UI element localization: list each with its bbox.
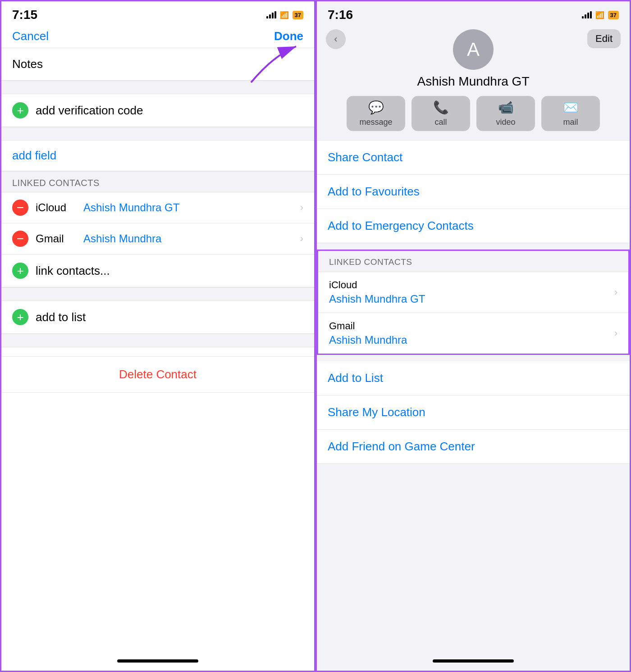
share-my-location-label: Share My Location <box>328 405 425 419</box>
delete-contact-row[interactable]: Delete Contact <box>1 356 314 393</box>
plus-icon-list: + <box>12 309 28 325</box>
share-contact-label: Share Contact <box>328 150 402 164</box>
chevron-right-icon-icloud: › <box>614 286 617 298</box>
add-field-row[interactable]: add field <box>1 141 314 171</box>
mail-icon: ✉️ <box>563 100 579 115</box>
linked-contacts-header: LINKED CONTACTS <box>1 171 314 192</box>
gmail-service-label: Gmail <box>36 232 76 245</box>
linked-gmail-content: − Gmail Ashish Mundhra <box>12 231 300 247</box>
add-to-list-label-right: Add to List <box>328 371 383 385</box>
call-icon: 📞 <box>433 100 449 115</box>
add-verification-row[interactable]: + add verification code <box>1 94 314 127</box>
icloud-contact-name: Ashish Mundhra GT <box>83 201 179 214</box>
spacer-2 <box>1 127 314 141</box>
message-label: message <box>359 118 392 127</box>
add-to-emergency-row[interactable]: Add to Emergency Contacts <box>317 209 630 243</box>
battery-indicator: 37 <box>293 11 303 19</box>
linked-icloud-row[interactable]: − iCloud Ashish Mundhra GT › <box>1 192 314 223</box>
notes-label: Notes <box>12 57 43 71</box>
video-icon: 📹 <box>498 100 514 115</box>
contact-avatar: A <box>453 29 494 70</box>
add-friend-game-center-row[interactable]: Add Friend on Game Center <box>317 430 630 464</box>
linked-icloud-name: Ashish Mundhra GT <box>329 293 425 305</box>
notes-section: Notes <box>1 48 314 81</box>
icloud-service-label: iCloud <box>36 201 76 214</box>
spacer-1 <box>1 81 314 94</box>
home-indicator <box>117 659 198 663</box>
right-status-icons: 📶 37 <box>582 11 619 19</box>
share-my-location-row[interactable]: Share My Location <box>317 395 630 430</box>
linked-section-header-text: LINKED CONTACTS <box>329 257 412 267</box>
linked-icloud-content: − iCloud Ashish Mundhra GT <box>12 200 300 216</box>
video-button[interactable]: 📹 video <box>476 96 535 131</box>
linked-contacts-header-text: LINKED CONTACTS <box>12 178 100 188</box>
linked-section-header: LINKED CONTACTS <box>318 251 628 272</box>
linked-contacts-section-right: LINKED CONTACTS iCloud Ashish Mundhra GT… <box>317 250 630 355</box>
contact-name: Ashish Mundhra GT <box>417 74 530 89</box>
plus-icon-green: + <box>12 102 28 118</box>
left-nav-bar: Cancel Done <box>1 25 314 48</box>
add-to-list-label: add to list <box>36 310 86 324</box>
add-to-favourites-row[interactable]: Add to Favourites <box>317 175 630 209</box>
linked-gmail-name: Ashish Mundhra <box>329 334 407 346</box>
add-verification-label: add verification code <box>36 104 143 118</box>
delete-contact-label: Delete Contact <box>119 368 197 381</box>
cancel-button[interactable]: Cancel <box>12 29 49 43</box>
right-phone-panel: 7:16 📶 37 ‹ Edit A Ashish Mundhra GT 💬 m… <box>316 0 631 672</box>
linked-icloud-service: iCloud <box>329 279 425 291</box>
plus-icon-link: + <box>12 263 28 279</box>
right-status-bar: 7:16 📶 37 <box>317 1 630 25</box>
wifi-icon: 📶 <box>280 11 289 19</box>
right-contact-list: Share Contact Add to Favourites Add to E… <box>317 140 630 671</box>
right-home-indicator <box>433 659 514 663</box>
signal-icon <box>266 11 276 18</box>
chevron-right-icon-gmail: › <box>614 327 617 339</box>
gmail-contact-name: Ashish Mundhra <box>83 232 161 245</box>
add-to-emergency-label: Add to Emergency Contacts <box>328 219 474 232</box>
linked-icloud-item-right[interactable]: iCloud Ashish Mundhra GT › <box>318 272 628 313</box>
action-buttons-row: 💬 message 📞 call 📹 video ✉️ mail <box>347 96 600 131</box>
minus-icon-red-icloud: − <box>12 200 28 216</box>
video-label: video <box>496 118 515 127</box>
edit-button[interactable]: Edit <box>587 29 621 48</box>
call-label: call <box>434 118 447 127</box>
message-icon: 💬 <box>368 100 384 115</box>
left-time: 7:15 <box>12 8 37 22</box>
contact-header: ‹ Edit A Ashish Mundhra GT 💬 message 📞 c… <box>317 25 630 140</box>
add-field-label: add field <box>12 149 56 162</box>
linked-gmail-row[interactable]: − Gmail Ashish Mundhra › <box>1 223 314 254</box>
linked-icloud-info: iCloud Ashish Mundhra GT <box>329 279 425 305</box>
linked-gmail-info: Gmail Ashish Mundhra <box>329 320 407 346</box>
linked-gmail-service: Gmail <box>329 320 407 332</box>
chevron-right-icloud: › <box>300 202 303 213</box>
chevron-right-gmail: › <box>300 233 303 245</box>
right-time: 7:16 <box>328 8 353 22</box>
right-signal-icon <box>582 11 592 18</box>
add-friend-game-center-label: Add Friend on Game Center <box>328 440 475 453</box>
done-button[interactable]: Done <box>274 29 303 43</box>
add-to-favourites-label: Add to Favourites <box>328 185 420 198</box>
back-chevron-icon: ‹ <box>334 33 337 45</box>
link-contacts-row[interactable]: + link contacts... <box>1 254 314 287</box>
mail-button[interactable]: ✉️ mail <box>541 96 600 131</box>
right-wifi-icon: 📶 <box>595 11 604 19</box>
right-battery-indicator: 37 <box>608 11 619 19</box>
left-status-bar: 7:15 📶 37 <box>1 1 314 25</box>
mail-label: mail <box>563 118 578 127</box>
share-contact-row[interactable]: Share Contact <box>317 140 630 175</box>
minus-icon-red-gmail: − <box>12 231 28 247</box>
left-status-icons: 📶 37 <box>266 11 303 19</box>
add-to-list-row[interactable]: + add to list <box>1 301 314 334</box>
spacer-3 <box>1 287 314 301</box>
link-contacts-label: link contacts... <box>36 264 110 278</box>
left-phone-panel: 7:15 📶 37 Cancel Done Notes + <box>0 0 316 672</box>
linked-gmail-item-right[interactable]: Gmail Ashish Mundhra › <box>318 313 628 354</box>
back-button[interactable]: ‹ <box>326 29 346 49</box>
message-button[interactable]: 💬 message <box>347 96 405 131</box>
spacer-4 <box>1 334 314 347</box>
call-button[interactable]: 📞 call <box>412 96 470 131</box>
add-to-list-row-right[interactable]: Add to List <box>317 361 630 395</box>
